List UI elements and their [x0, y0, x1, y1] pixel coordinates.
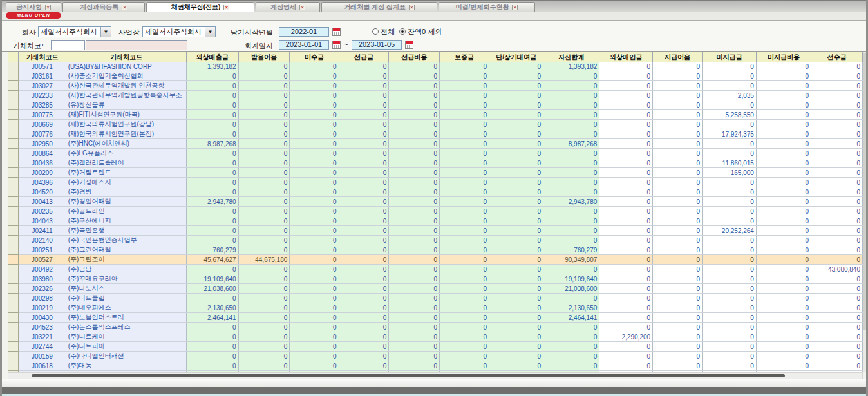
table-row[interactable]: J00436(주)갤러리드슬레이000000000011,860,01500 — [8, 158, 863, 168]
cell-notes-receivable[interactable]: 0 — [238, 216, 290, 226]
cell-loans[interactable]: 0 — [489, 187, 543, 197]
cell-notes-payable[interactable]: 0 — [653, 71, 703, 81]
cell-row-selector[interactable] — [8, 226, 19, 236]
cell-row-selector[interactable] — [8, 158, 19, 168]
cell-loans[interactable]: 0 — [489, 110, 543, 120]
cell-partner-name[interactable]: (주)네오피에스 — [66, 303, 186, 313]
cell-accrued-payable[interactable]: 0 — [702, 274, 756, 284]
cell-accrued-expense[interactable]: 0 — [756, 216, 811, 226]
cell-advance-receipt[interactable]: 0 — [811, 313, 863, 323]
cell-loans[interactable]: 0 — [489, 178, 543, 187]
cell-advance-receipt[interactable]: 0 — [811, 236, 863, 245]
chevron-down-icon[interactable]: ▼ — [100, 27, 111, 37]
cell-accrued-payable[interactable]: 0 — [702, 71, 756, 81]
table-row[interactable]: J00618(주)대농0000000000000 — [8, 361, 863, 371]
cell-accrued-expense[interactable]: 0 — [756, 139, 811, 149]
cell-row-selector[interactable] — [8, 265, 19, 274]
cell-ar-sales[interactable]: 0 — [187, 323, 239, 332]
cell-prepaid-expense[interactable]: 0 — [389, 361, 440, 371]
cell-ar-sales[interactable]: 0 — [187, 120, 239, 129]
cell-row-selector[interactable] — [8, 332, 19, 342]
cell-asset-total[interactable]: 0 — [543, 91, 599, 100]
cell-ar-sales[interactable]: 0 — [187, 91, 239, 100]
cell-asset-total[interactable]: 0 — [543, 187, 599, 197]
cell-notes-payable[interactable]: 0 — [653, 158, 703, 168]
site-select[interactable]: 제일저지주식회사▼ — [142, 26, 216, 37]
cell-advance-payment[interactable]: 0 — [339, 100, 389, 110]
cell-partner-name[interactable]: (USA)BY&HFASHION CORP — [66, 62, 186, 71]
cell-notes-payable[interactable]: 0 — [653, 284, 703, 294]
cell-notes-receivable[interactable]: 0 — [238, 284, 290, 294]
cell-misc-receivable[interactable]: 0 — [290, 313, 339, 323]
cell-row-selector[interactable] — [8, 216, 19, 226]
cell-ap-purchases[interactable]: 0 — [599, 120, 653, 129]
cell-notes-receivable[interactable]: 0 — [238, 120, 290, 129]
cell-notes-receivable[interactable]: 0 — [238, 361, 290, 371]
cell-advance-receipt[interactable]: 0 — [811, 187, 863, 197]
header-partner-name[interactable]: 거래처코드 — [66, 52, 186, 62]
cell-asset-total[interactable]: 0 — [543, 236, 599, 245]
cell-row-selector[interactable] — [8, 284, 19, 294]
table-row[interactable]: J03027(사)한국관세무역개발원 인천공항0000000000000 — [8, 81, 863, 91]
cell-partner-code[interactable]: J00571 — [19, 62, 66, 71]
cell-ap-purchases[interactable]: 0 — [599, 245, 653, 255]
cell-accrued-payable[interactable]: 0 — [702, 100, 756, 110]
cell-partner-name[interactable]: (주)노블인더스트리 — [66, 313, 186, 323]
cell-prepaid-expense[interactable]: 0 — [389, 245, 440, 255]
cell-accrued-payable[interactable]: 0 — [702, 352, 756, 361]
cell-accrued-expense[interactable]: 0 — [756, 158, 811, 168]
cell-deposit[interactable]: 0 — [440, 158, 489, 168]
cell-accrued-payable[interactable]: 0 — [702, 265, 756, 274]
cell-accrued-expense[interactable]: 0 — [756, 313, 811, 323]
cell-advance-payment[interactable]: 0 — [339, 149, 389, 158]
cell-ap-purchases[interactable]: 0 — [599, 207, 653, 216]
close-icon[interactable]: × — [409, 5, 415, 10]
cell-prepaid-expense[interactable]: 0 — [389, 197, 440, 207]
cell-loans[interactable]: 0 — [489, 226, 543, 236]
cell-accrued-expense[interactable]: 0 — [756, 352, 811, 361]
cell-deposit[interactable]: 0 — [440, 81, 489, 91]
cell-ar-sales[interactable]: 0 — [187, 158, 239, 168]
cell-misc-receivable[interactable]: 0 — [290, 81, 339, 91]
cell-partner-code[interactable]: J03285 — [19, 100, 66, 110]
cell-misc-receivable[interactable]: 0 — [290, 197, 339, 207]
cell-notes-receivable[interactable]: 0 — [238, 313, 290, 323]
cell-asset-total[interactable]: 0 — [543, 168, 599, 178]
cell-advance-payment[interactable]: 0 — [339, 207, 389, 216]
cell-accrued-payable[interactable]: 0 — [702, 294, 756, 303]
cell-misc-receivable[interactable]: 0 — [290, 236, 339, 245]
close-icon[interactable]: × — [223, 5, 229, 10]
cell-notes-receivable[interactable]: 0 — [238, 332, 290, 342]
cell-advance-receipt[interactable]: 43,080,840 — [811, 265, 863, 274]
cell-advance-receipt[interactable]: 0 — [811, 110, 863, 120]
cell-partner-code[interactable]: J02140 — [19, 236, 66, 245]
cell-accrued-payable[interactable]: 0 — [702, 187, 756, 197]
cell-row-selector[interactable] — [8, 323, 19, 332]
cell-notes-receivable[interactable]: 0 — [238, 158, 290, 168]
cell-accrued-expense[interactable]: 0 — [756, 361, 811, 371]
cell-asset-total[interactable]: 19,109,640 — [543, 274, 599, 284]
table-row[interactable]: J02233(사)한국관세무역개발원공항특송사무소00000000002,035… — [8, 91, 863, 100]
cell-ar-sales[interactable]: 0 — [187, 168, 239, 178]
horizontal-scrollbar-thumb[interactable] — [32, 374, 785, 377]
header-loans[interactable]: 단/장기대여금 — [489, 52, 543, 62]
cell-partner-code[interactable]: J02950 — [19, 139, 66, 149]
cell-accrued-payable[interactable]: 0 — [702, 149, 756, 158]
cell-notes-receivable[interactable]: 0 — [238, 207, 290, 216]
cell-partner-name[interactable]: (재)FITI시험연구원(마곡) — [66, 110, 186, 120]
cell-loans[interactable]: 0 — [489, 216, 543, 226]
cell-accrued-payable[interactable]: 0 — [702, 62, 756, 71]
cell-partner-code[interactable]: J00669 — [19, 120, 66, 129]
cell-asset-total[interactable]: 2,130,650 — [543, 303, 599, 313]
cell-advance-receipt[interactable]: 0 — [811, 139, 863, 149]
cell-accrued-payable[interactable]: 0 — [702, 323, 756, 332]
cell-notes-receivable[interactable]: 0 — [238, 62, 290, 71]
cell-partner-code[interactable]: J03221 — [19, 332, 66, 342]
cell-prepaid-expense[interactable]: 0 — [389, 178, 440, 187]
cell-advance-receipt[interactable]: 0 — [811, 226, 863, 236]
close-icon[interactable]: × — [45, 5, 51, 10]
cell-advance-receipt[interactable]: 0 — [811, 100, 863, 110]
cell-asset-total[interactable]: 0 — [543, 216, 599, 226]
cell-ap-purchases[interactable]: 0 — [599, 342, 653, 352]
cell-row-selector[interactable] — [8, 207, 19, 216]
